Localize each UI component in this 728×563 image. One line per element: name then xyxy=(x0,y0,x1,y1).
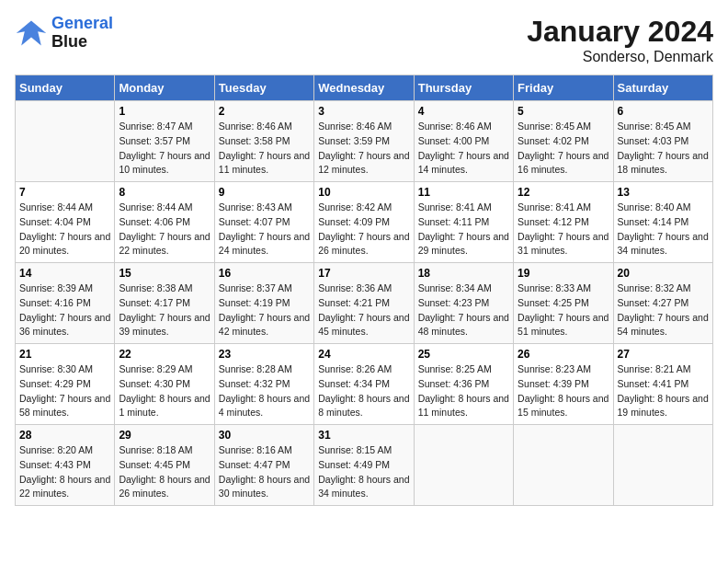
calendar-week-row: 7 Sunrise: 8:44 AMSunset: 4:04 PMDayligh… xyxy=(16,182,713,263)
day-detail: Sunrise: 8:15 AMSunset: 4:49 PMDaylight:… xyxy=(318,443,409,501)
logo-icon xyxy=(15,17,48,50)
header-wednesday: Wednesday xyxy=(314,75,414,101)
calendar-week-row: 14 Sunrise: 8:39 AMSunset: 4:16 PMDaylig… xyxy=(16,263,713,344)
table-row xyxy=(414,425,513,506)
day-detail: Sunrise: 8:23 AMSunset: 4:39 PMDaylight:… xyxy=(518,362,609,420)
header-monday: Monday xyxy=(115,75,214,101)
table-row: 14 Sunrise: 8:39 AMSunset: 4:16 PMDaylig… xyxy=(16,263,115,344)
table-row: 24 Sunrise: 8:26 AMSunset: 4:34 PMDaylig… xyxy=(314,344,414,425)
table-row: 8 Sunrise: 8:44 AMSunset: 4:06 PMDayligh… xyxy=(115,182,214,263)
day-detail: Sunrise: 8:36 AMSunset: 4:21 PMDaylight:… xyxy=(318,282,409,339)
day-detail: Sunrise: 8:44 AMSunset: 4:04 PMDaylight:… xyxy=(19,201,110,259)
day-detail: Sunrise: 8:33 AMSunset: 4:25 PMDaylight:… xyxy=(518,282,609,339)
day-number: 10 xyxy=(318,186,409,199)
calendar-week-row: 21 Sunrise: 8:30 AMSunset: 4:29 PMDaylig… xyxy=(16,344,713,425)
day-number: 8 xyxy=(119,186,210,199)
table-row: 21 Sunrise: 8:30 AMSunset: 4:29 PMDaylig… xyxy=(16,344,115,425)
table-row: 4 Sunrise: 8:46 AMSunset: 4:00 PMDayligh… xyxy=(414,101,513,182)
table-row: 20 Sunrise: 8:32 AMSunset: 4:27 PMDaylig… xyxy=(613,263,712,344)
table-row: 16 Sunrise: 8:37 AMSunset: 4:19 PMDaylig… xyxy=(214,263,313,344)
header-sunday: Sunday xyxy=(16,75,115,101)
table-row: 6 Sunrise: 8:45 AMSunset: 4:03 PMDayligh… xyxy=(613,101,712,182)
table-row: 26 Sunrise: 8:23 AMSunset: 4:39 PMDaylig… xyxy=(514,344,613,425)
table-row xyxy=(16,101,115,182)
table-row: 28 Sunrise: 8:20 AMSunset: 4:43 PMDaylig… xyxy=(16,425,115,506)
day-detail: Sunrise: 8:40 AMSunset: 4:14 PMDaylight:… xyxy=(618,201,709,259)
day-detail: Sunrise: 8:18 AMSunset: 4:45 PMDaylight:… xyxy=(119,443,210,501)
day-number: 27 xyxy=(618,348,709,361)
day-detail: Sunrise: 8:37 AMSunset: 4:19 PMDaylight:… xyxy=(219,282,310,339)
day-number: 24 xyxy=(318,348,409,361)
table-row: 25 Sunrise: 8:25 AMSunset: 4:36 PMDaylig… xyxy=(414,344,513,425)
day-detail: Sunrise: 8:44 AMSunset: 4:06 PMDaylight:… xyxy=(119,201,210,259)
day-number: 4 xyxy=(418,105,509,118)
calendar-title: January 2024 xyxy=(527,15,713,49)
table-row: 18 Sunrise: 8:34 AMSunset: 4:23 PMDaylig… xyxy=(414,263,513,344)
day-number: 9 xyxy=(219,186,310,199)
day-number: 23 xyxy=(219,348,310,361)
table-row: 1 Sunrise: 8:47 AMSunset: 3:57 PMDayligh… xyxy=(115,101,214,182)
day-number: 21 xyxy=(19,348,110,361)
day-detail: Sunrise: 8:42 AMSunset: 4:09 PMDaylight:… xyxy=(318,201,409,259)
logo: General Blue xyxy=(15,15,113,52)
table-row: 3 Sunrise: 8:46 AMSunset: 3:59 PMDayligh… xyxy=(314,101,414,182)
day-number: 28 xyxy=(19,429,110,442)
header-thursday: Thursday xyxy=(414,75,513,101)
table-row: 31 Sunrise: 8:15 AMSunset: 4:49 PMDaylig… xyxy=(314,425,414,506)
day-number: 17 xyxy=(318,267,409,280)
calendar-week-row: 28 Sunrise: 8:20 AMSunset: 4:43 PMDaylig… xyxy=(16,425,713,506)
day-number: 1 xyxy=(119,105,210,118)
day-detail: Sunrise: 8:46 AMSunset: 3:58 PMDaylight:… xyxy=(219,120,310,178)
day-detail: Sunrise: 8:28 AMSunset: 4:32 PMDaylight:… xyxy=(219,362,310,420)
calendar-title-block: January 2024 Sonderso, Denmark xyxy=(527,15,713,65)
table-row xyxy=(613,425,712,506)
table-row: 27 Sunrise: 8:21 AMSunset: 4:41 PMDaylig… xyxy=(613,344,712,425)
table-row: 2 Sunrise: 8:46 AMSunset: 3:58 PMDayligh… xyxy=(214,101,313,182)
table-row: 9 Sunrise: 8:43 AMSunset: 4:07 PMDayligh… xyxy=(214,182,313,263)
day-detail: Sunrise: 8:26 AMSunset: 4:34 PMDaylight:… xyxy=(318,362,409,420)
page-header: General Blue January 2024 Sonderso, Denm… xyxy=(15,15,713,65)
svg-marker-0 xyxy=(17,20,46,45)
day-detail: Sunrise: 8:45 AMSunset: 4:03 PMDaylight:… xyxy=(618,120,709,178)
day-detail: Sunrise: 8:25 AMSunset: 4:36 PMDaylight:… xyxy=(418,362,509,420)
day-number: 13 xyxy=(618,186,709,199)
day-number: 11 xyxy=(418,186,509,199)
day-detail: Sunrise: 8:45 AMSunset: 4:02 PMDaylight:… xyxy=(518,120,609,178)
table-row: 12 Sunrise: 8:41 AMSunset: 4:12 PMDaylig… xyxy=(514,182,613,263)
day-detail: Sunrise: 8:32 AMSunset: 4:27 PMDaylight:… xyxy=(618,282,709,339)
day-number: 12 xyxy=(518,186,609,199)
calendar-header-row: Sunday Monday Tuesday Wednesday Thursday… xyxy=(16,75,713,101)
day-number: 31 xyxy=(318,429,409,442)
table-row: 29 Sunrise: 8:18 AMSunset: 4:45 PMDaylig… xyxy=(115,425,214,506)
day-number: 19 xyxy=(518,267,609,280)
table-row: 17 Sunrise: 8:36 AMSunset: 4:21 PMDaylig… xyxy=(314,263,414,344)
day-number: 26 xyxy=(518,348,609,361)
day-detail: Sunrise: 8:21 AMSunset: 4:41 PMDaylight:… xyxy=(618,362,709,420)
day-number: 3 xyxy=(318,105,409,118)
day-number: 15 xyxy=(119,267,210,280)
table-row: 7 Sunrise: 8:44 AMSunset: 4:04 PMDayligh… xyxy=(16,182,115,263)
day-number: 30 xyxy=(219,429,310,442)
day-number: 5 xyxy=(518,105,609,118)
day-detail: Sunrise: 8:20 AMSunset: 4:43 PMDaylight:… xyxy=(19,443,110,501)
header-tuesday: Tuesday xyxy=(214,75,313,101)
day-number: 18 xyxy=(418,267,509,280)
table-row: 10 Sunrise: 8:42 AMSunset: 4:09 PMDaylig… xyxy=(314,182,414,263)
day-number: 16 xyxy=(219,267,310,280)
day-detail: Sunrise: 8:46 AMSunset: 4:00 PMDaylight:… xyxy=(418,120,509,178)
day-detail: Sunrise: 8:38 AMSunset: 4:17 PMDaylight:… xyxy=(119,282,210,339)
day-number: 22 xyxy=(119,348,210,361)
day-detail: Sunrise: 8:30 AMSunset: 4:29 PMDaylight:… xyxy=(19,362,110,420)
header-friday: Friday xyxy=(514,75,613,101)
day-detail: Sunrise: 8:43 AMSunset: 4:07 PMDaylight:… xyxy=(219,201,310,259)
table-row: 11 Sunrise: 8:41 AMSunset: 4:11 PMDaylig… xyxy=(414,182,513,263)
logo-text: General Blue xyxy=(51,15,113,52)
day-number: 14 xyxy=(19,267,110,280)
day-number: 2 xyxy=(219,105,310,118)
day-number: 20 xyxy=(618,267,709,280)
day-detail: Sunrise: 8:39 AMSunset: 4:16 PMDaylight:… xyxy=(19,282,110,339)
header-saturday: Saturday xyxy=(613,75,712,101)
day-detail: Sunrise: 8:34 AMSunset: 4:23 PMDaylight:… xyxy=(418,282,509,339)
table-row: 5 Sunrise: 8:45 AMSunset: 4:02 PMDayligh… xyxy=(514,101,613,182)
calendar-week-row: 1 Sunrise: 8:47 AMSunset: 3:57 PMDayligh… xyxy=(16,101,713,182)
